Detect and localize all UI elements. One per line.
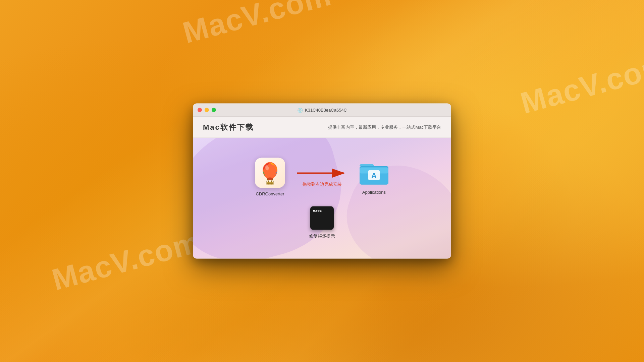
svg-text:A: A bbox=[371, 171, 377, 179]
svg-line-6 bbox=[271, 180, 272, 182]
header-bar: Mac软件下载 提供丰富内容，最新应用，专业服务，一站式Mac下载平台 bbox=[193, 117, 451, 138]
exec-icon: exec bbox=[310, 206, 334, 230]
header-slogan: 提供丰富内容，最新应用，专业服务，一站式Mac下载平台 bbox=[328, 124, 441, 130]
brand-name: Mac软件下载 bbox=[203, 122, 254, 132]
svg-rect-7 bbox=[267, 182, 273, 184]
window-title: 💿 K31C40B3eaCa654C bbox=[297, 107, 347, 113]
exec-text: exec bbox=[313, 208, 322, 213]
install-section: CDRConverter 拖动到右边完成安装 bbox=[200, 158, 444, 206]
titlebar: 💿 K31C40B3eaCa654C bbox=[193, 104, 451, 117]
disk-icon: 💿 bbox=[297, 107, 303, 113]
maximize-button[interactable] bbox=[212, 108, 216, 112]
install-row: CDRConverter 拖动到右边完成安装 bbox=[255, 158, 389, 196]
installer-window: 💿 K31C40B3eaCa654C Mac软件下载 提供丰富内容，最新应用，专… bbox=[193, 104, 451, 259]
drag-arrow bbox=[295, 167, 349, 180]
app-icon bbox=[255, 158, 285, 188]
close-button[interactable] bbox=[198, 108, 202, 112]
exec-file-wrapper[interactable]: exec 修复损坏提示 bbox=[309, 206, 335, 239]
applications-folder-icon: A bbox=[359, 159, 389, 186]
hot-air-balloon-icon bbox=[258, 161, 282, 184]
applications-folder-label: Applications bbox=[362, 189, 386, 194]
traffic-lights bbox=[198, 108, 216, 112]
applications-folder-wrapper[interactable]: A Applications bbox=[359, 159, 389, 194]
dmg-installer-area: CDRConverter 拖动到右边完成安装 bbox=[193, 138, 451, 259]
arrow-hint-text: 拖动到右边完成安装 bbox=[303, 181, 342, 187]
app-icon-label: CDRConverter bbox=[256, 191, 284, 196]
window-title-text: K31C40B3eaCa654C bbox=[305, 108, 347, 113]
minimize-button[interactable] bbox=[205, 108, 209, 112]
app-icon-wrapper[interactable]: CDRConverter bbox=[255, 158, 285, 196]
exec-label: 修复损坏提示 bbox=[309, 233, 335, 239]
arrow-container: 拖动到右边完成安装 bbox=[295, 167, 349, 187]
svg-line-5 bbox=[268, 180, 269, 182]
